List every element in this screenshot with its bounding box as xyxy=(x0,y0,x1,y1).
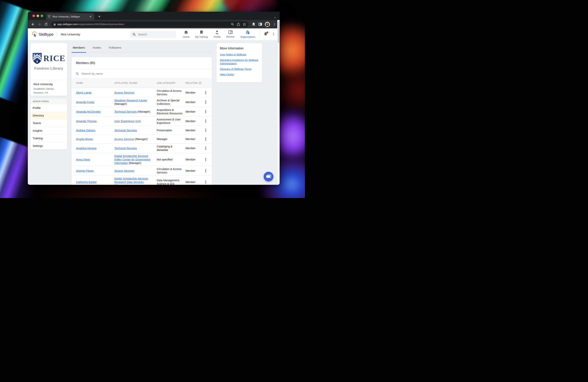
back-button[interactable] xyxy=(30,21,36,27)
sidebar-item-profile[interactable]: Profile xyxy=(30,104,67,112)
link-managing-invitations[interactable]: Managing Invitations for Skilltype Admin… xyxy=(220,58,258,65)
member-name-link[interactable]: Anna Xiong xyxy=(76,158,90,161)
tab-members[interactable]: Members xyxy=(72,45,85,53)
member-name-link[interactable]: Angelica Herrera xyxy=(76,147,96,150)
link-help-center[interactable]: Help Center xyxy=(220,73,258,76)
browser-profile-avatar[interactable] xyxy=(265,22,270,27)
bookmark-star-icon[interactable] xyxy=(243,22,246,26)
sidebar-item-directory[interactable]: Directory xyxy=(30,112,67,119)
tab-invites[interactable]: Invites xyxy=(92,45,102,53)
browser-menu-kebab-icon[interactable] xyxy=(272,21,277,27)
chat-launcher-button[interactable] xyxy=(264,172,273,181)
close-window-button[interactable] xyxy=(32,15,35,17)
link-glossary[interactable]: Glossary of Skilltype Terms xyxy=(220,67,258,71)
reload-button[interactable] xyxy=(43,21,49,27)
tab-search-chevron-icon[interactable]: ⌄ xyxy=(274,16,276,19)
help-circle-icon[interactable]: ? xyxy=(199,82,201,85)
search-icon xyxy=(132,33,136,36)
app-header: Skilltype Rice University Home My Traini… xyxy=(28,28,280,41)
member-row: Amanda McClendonTechnical Services (Mana… xyxy=(72,107,212,117)
kebab-icon xyxy=(205,111,206,112)
skilltype-brand[interactable]: Skilltype xyxy=(32,32,53,37)
more-info-title: More Information xyxy=(220,47,258,50)
member-name-link[interactable]: Artemis Flores xyxy=(76,169,94,172)
team-link[interactable]: Digital Scholarship Services xyxy=(114,154,148,158)
bookmark-icon xyxy=(200,30,203,35)
nav-organizations[interactable]: Organizations xyxy=(240,30,255,38)
share-icon[interactable] xyxy=(237,22,240,26)
nav-my-training[interactable]: My Training xyxy=(195,30,208,38)
row-menu-button[interactable] xyxy=(204,147,207,150)
member-name-link[interactable]: Amanda Thomas xyxy=(76,120,97,123)
global-search[interactable] xyxy=(130,31,176,38)
header-kebab-icon[interactable] xyxy=(272,32,275,37)
member-name-link[interactable]: Andrew Damico xyxy=(76,129,95,132)
admin-panel: ADMIN PANEL Profile Directory Teams Insi… xyxy=(30,99,67,149)
members-table-header: NAME AFFILIATED TEAMS JOB CATEGORY RELAT… xyxy=(72,78,212,88)
browser-toolbar: app.skilltype.com /organizations/26328/d… xyxy=(28,20,280,28)
side-panel-icon[interactable] xyxy=(257,21,263,27)
forward-button[interactable] xyxy=(37,21,42,27)
members-search-input[interactable] xyxy=(81,72,140,75)
team-link[interactable]: Technical Services xyxy=(114,147,137,150)
sidebar-item-insights[interactable]: Insights xyxy=(30,127,67,135)
members-search[interactable] xyxy=(72,69,212,78)
global-search-input[interactable] xyxy=(138,33,174,36)
row-menu-button[interactable] xyxy=(204,138,207,141)
org-meta: Rice University Academic Library Houston… xyxy=(30,80,67,97)
scrollbar-thumb[interactable] xyxy=(278,21,279,43)
browser-tab[interactable]: Rice University | Skilltype ✕ xyxy=(46,13,94,20)
tab-close-icon[interactable]: ✕ xyxy=(88,15,92,19)
team-link[interactable]: Access Services xyxy=(114,138,134,141)
job-category: Manager xyxy=(157,137,184,141)
job-category: Not specified xyxy=(157,158,184,161)
row-menu-button[interactable] xyxy=(204,158,207,161)
team-link[interactable]: Digital Scholarship Services xyxy=(114,177,148,180)
fondren-library-label: Fondren Library xyxy=(34,66,63,71)
member-name-link[interactable]: Angela Brown xyxy=(76,138,93,141)
zoom-out-icon[interactable] xyxy=(231,22,234,26)
link-user-roles[interactable]: User Roles in Skilltype xyxy=(220,53,258,56)
team-link[interactable]: Woodson Research Center xyxy=(114,99,147,102)
page-scrollbar[interactable] xyxy=(277,20,280,185)
job-category: Circulation & Access Services xyxy=(157,89,184,96)
new-tab-button[interactable]: + xyxy=(97,14,102,19)
notifications-button[interactable] xyxy=(264,32,268,37)
row-menu-button[interactable] xyxy=(204,129,207,132)
main-nav: Home My Training Profile Browse Organiza… xyxy=(183,30,255,38)
sidebar-item-teams[interactable]: Teams xyxy=(30,119,67,127)
row-menu-button[interactable] xyxy=(204,110,207,113)
team-link[interactable]: Access Services xyxy=(114,169,134,172)
col-affiliated-teams: AFFILIATED TEAMS xyxy=(114,82,155,85)
address-bar[interactable]: app.skilltype.com /organizations/26328/d… xyxy=(51,21,249,27)
minimize-window-button[interactable] xyxy=(37,15,39,17)
extensions-puzzle-icon[interactable] xyxy=(251,21,256,27)
nav-browse[interactable]: Browse xyxy=(226,30,234,38)
row-menu-button[interactable] xyxy=(204,180,207,184)
kebab-icon xyxy=(205,170,206,171)
member-row: Anna XiongDigital Scholarship ServicesKe… xyxy=(72,153,212,166)
team-link[interactable]: Technical Services xyxy=(114,129,137,132)
team-link[interactable]: Technical Services xyxy=(114,110,137,113)
team-link[interactable]: User Experience (UX) xyxy=(114,120,141,123)
sidebar-item-settings[interactable]: Settings xyxy=(30,142,67,149)
sidebar-item-training[interactable]: Training xyxy=(30,135,67,142)
home-icon xyxy=(184,30,188,35)
nav-profile[interactable]: Profile xyxy=(214,30,221,38)
row-menu-button[interactable] xyxy=(204,120,207,123)
member-row: Andrew DamicoTechnical ServicesPreservat… xyxy=(72,126,212,135)
member-name-link[interactable]: Catherine Barber xyxy=(76,180,97,184)
row-menu-button[interactable] xyxy=(204,91,207,94)
col-job-category: JOB CATEGORY xyxy=(157,82,184,85)
team-link[interactable]: Access Services xyxy=(114,91,134,94)
member-name-link[interactable]: Amanda McClendon xyxy=(76,110,101,113)
members-count-title: Members (65) xyxy=(72,57,212,69)
member-name-link[interactable]: Alexis Latner xyxy=(76,91,92,94)
row-menu-button[interactable] xyxy=(204,169,207,172)
team-link[interactable]: Research Data Services xyxy=(114,180,144,184)
nav-home[interactable]: Home xyxy=(183,30,189,38)
tab-followers[interactable]: Followers xyxy=(108,45,122,53)
row-menu-button[interactable] xyxy=(204,101,207,104)
member-name-link[interactable]: Amanda Focke xyxy=(76,101,94,104)
zoom-window-button[interactable] xyxy=(41,15,43,17)
